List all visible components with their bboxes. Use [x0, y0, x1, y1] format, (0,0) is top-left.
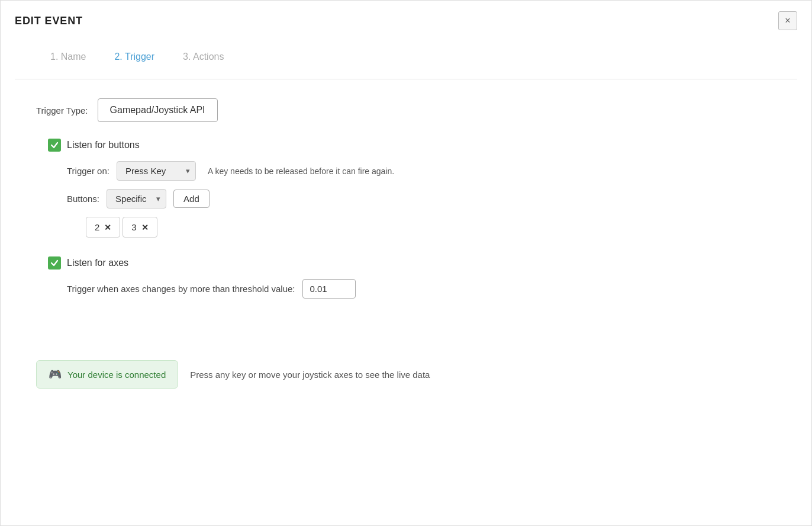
listen-buttons-checkbox-row: Listen for buttons	[48, 139, 776, 152]
step-actions[interactable]: 3. Actions	[169, 47, 238, 67]
threshold-row: Trigger when axes changes by more than t…	[67, 279, 776, 299]
dialog-header: EDIT EVENT ×	[1, 1, 811, 30]
status-bar: 🎮 Your device is connected Press any key…	[36, 360, 776, 389]
close-button[interactable]: ×	[778, 11, 797, 30]
trigger-type-label: Trigger Type:	[36, 105, 88, 116]
listen-axes-checkbox-row: Listen for axes	[48, 256, 776, 270]
dialog-title: EDIT EVENT	[15, 15, 83, 27]
button-tag-2: 2 ✕	[86, 217, 120, 238]
button-tags-row: 2 ✕ 3 ✕	[67, 217, 776, 238]
device-connected-badge: 🎮 Your device is connected	[36, 360, 178, 389]
button-tag-2-remove[interactable]: ✕	[104, 223, 111, 232]
checkmark-axes-icon	[50, 259, 59, 267]
listen-buttons-checkbox[interactable]	[48, 139, 61, 152]
step-name[interactable]: 1. Name	[36, 47, 100, 67]
threshold-input[interactable]	[302, 279, 356, 299]
listen-buttons-section: Listen for buttons Trigger on: Press Key…	[48, 139, 776, 238]
buttons-mode-select[interactable]: Specific Any	[107, 189, 166, 209]
buttons-label: Buttons:	[67, 194, 99, 204]
threshold-label: Trigger when axes changes by more than t…	[67, 284, 295, 294]
button-tag-3-value: 3	[131, 222, 136, 232]
listen-axes-section: Listen for axes Trigger when axes change…	[48, 256, 776, 299]
trigger-type-row: Trigger Type: Gamepad/Joystick API	[36, 98, 776, 122]
buttons-row: Buttons: Specific Any ▾ Add	[67, 189, 776, 209]
trigger-on-dropdown-container: Press Key Release Key Hold Key ▾	[117, 161, 196, 181]
button-tag-2-value: 2	[95, 222, 99, 232]
button-tag-3: 3 ✕	[123, 217, 157, 238]
checkmark-icon	[50, 141, 59, 149]
trigger-on-label: Trigger on:	[67, 166, 109, 176]
gamepad-icon: 🎮	[49, 368, 62, 381]
listen-buttons-label: Listen for buttons	[67, 140, 140, 150]
steps-bar: 1. Name 2. Trigger 3. Actions	[1, 30, 811, 79]
connected-label: Your device is connected	[67, 370, 166, 380]
trigger-on-select[interactable]: Press Key Release Key Hold Key	[117, 161, 196, 181]
edit-event-dialog: EDIT EVENT × 1. Name 2. Trigger 3. Actio…	[0, 0, 812, 526]
listen-axes-label: Listen for axes	[67, 258, 128, 268]
trigger-type-button[interactable]: Gamepad/Joystick API	[98, 98, 218, 122]
main-content: Trigger Type: Gamepad/Joystick API Liste…	[1, 79, 811, 336]
add-button[interactable]: Add	[173, 190, 210, 208]
buttons-mode-dropdown-container: Specific Any ▾	[107, 189, 166, 209]
button-tag-3-remove[interactable]: ✕	[141, 223, 149, 232]
status-hint: Press any key or move your joystick axes…	[190, 370, 430, 380]
trigger-on-helper: A key needs to be released before it can…	[208, 166, 394, 176]
step-trigger[interactable]: 2. Trigger	[100, 47, 169, 67]
listen-axes-checkbox[interactable]	[48, 256, 61, 270]
trigger-on-row: Trigger on: Press Key Release Key Hold K…	[67, 161, 776, 181]
